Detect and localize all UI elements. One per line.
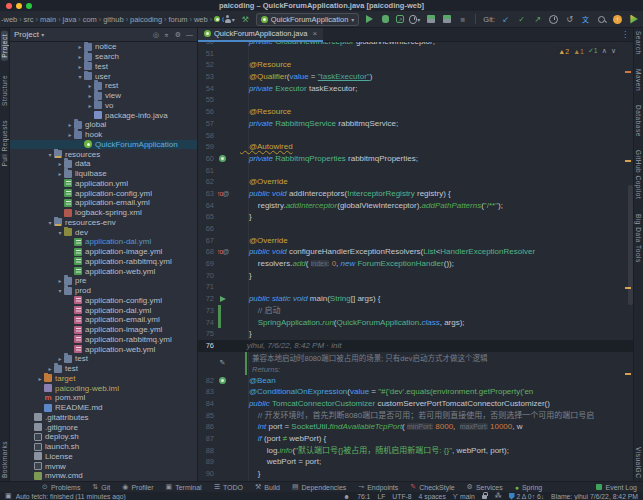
history-icon[interactable] bbox=[548, 14, 559, 25]
line-number[interactable]: 75 bbox=[198, 328, 216, 340]
run-main-gutter-icon[interactable] bbox=[220, 296, 226, 302]
line-number[interactable]: 69 bbox=[198, 258, 216, 270]
encoding-widget[interactable]: UTF-8 bbox=[392, 493, 411, 500]
breadcrumb-item[interactable]: main bbox=[40, 15, 56, 24]
line-number[interactable]: 68 bbox=[198, 246, 216, 258]
tree-chevron-icon[interactable]: ▾ bbox=[56, 287, 64, 294]
code-line[interactable]: 54 private Executor taskExecutor; bbox=[198, 83, 633, 95]
spring-bean-gutter-icon[interactable] bbox=[219, 155, 226, 162]
line-number[interactable]: 84 bbox=[198, 398, 216, 410]
update-project-icon[interactable]: ↙ bbox=[500, 14, 511, 25]
breadcrumb-item[interactable]: forum bbox=[168, 15, 187, 24]
line-number[interactable]: 54 bbox=[198, 83, 216, 95]
line-number[interactable]: 88 bbox=[198, 445, 216, 457]
code-line[interactable]: 59 @Autowired bbox=[198, 141, 633, 153]
tree-item[interactable]: README.md bbox=[10, 403, 197, 413]
tree-item[interactable]: package-info.java bbox=[10, 110, 197, 120]
tree-item[interactable]: ▸test bbox=[10, 364, 197, 374]
code-line[interactable]: 67 @Override bbox=[198, 235, 633, 247]
line-number[interactable]: 76 bbox=[198, 340, 216, 352]
tree-chevron-icon[interactable]: ▾ bbox=[56, 229, 64, 236]
breadcrumb-item[interactable]: github bbox=[103, 15, 123, 24]
hide-panel-icon[interactable]: — bbox=[186, 31, 193, 39]
debug-button[interactable] bbox=[380, 14, 391, 25]
collapsed-doc-comment[interactable]: ✎兼容本地启动时8080端口被占用的场景; 只有dev启动方式才做这个逻辑Ret… bbox=[198, 352, 633, 375]
line-number[interactable]: 90 bbox=[198, 468, 216, 480]
tree-chevron-icon[interactable]: ▸ bbox=[76, 53, 84, 60]
spring-bean-gutter-icon[interactable] bbox=[219, 377, 226, 384]
run-with-coverage-button[interactable]: ↗ bbox=[396, 15, 404, 23]
tool-window-button-git[interactable]: ⇅Git bbox=[92, 483, 110, 491]
tree-item[interactable]: ▸vo bbox=[10, 101, 197, 111]
tool-window-button-terminal[interactable]: ▣Terminal bbox=[166, 483, 202, 491]
tree-item[interactable]: application-dal.yml bbox=[10, 305, 197, 315]
line-number[interactable]: 60 bbox=[198, 153, 216, 165]
run-tool-icon-1[interactable] bbox=[425, 14, 436, 25]
code-line[interactable]: 90 } bbox=[198, 468, 633, 480]
tree-item[interactable]: ▸view bbox=[10, 91, 197, 101]
run-button[interactable] bbox=[364, 14, 375, 25]
tool-window-button-big-data-tools[interactable]: Big Data Tools bbox=[635, 214, 642, 263]
tool-window-button-maven[interactable]: Maven bbox=[635, 69, 642, 91]
overrides-method-gutter-icon[interactable]: ↑o@ bbox=[217, 246, 229, 258]
code-line[interactable]: 74 SpringApplication.run(QuickForumAppli… bbox=[198, 317, 633, 329]
code-line[interactable]: 52 @Resource bbox=[198, 59, 633, 71]
search-everywhere-icon[interactable] bbox=[596, 14, 607, 25]
build-hammer-icon[interactable]: ⚒ bbox=[240, 14, 251, 25]
tree-chevron-icon[interactable]: ▸ bbox=[36, 375, 44, 382]
line-number[interactable]: 70 bbox=[198, 270, 216, 282]
line-number[interactable]: 85 bbox=[198, 410, 216, 422]
commit-icon[interactable]: ✓ bbox=[516, 14, 527, 25]
line-ending-widget[interactable]: LF bbox=[377, 493, 385, 500]
tool-window-button-todo[interactable]: ☰TODO bbox=[214, 483, 243, 491]
run-tool-icon-2[interactable] bbox=[441, 14, 452, 25]
tree-item[interactable]: paicoding-web.iml bbox=[10, 383, 197, 393]
code-area[interactable]: 50 private GlobalViewInterceptor globalV… bbox=[198, 42, 633, 481]
tree-item[interactable]: ▾user bbox=[10, 71, 197, 81]
tree-item[interactable]: application.yml bbox=[10, 179, 197, 189]
tool-window-button-project[interactable]: Project bbox=[1, 31, 8, 61]
warning-stripe-mark[interactable] bbox=[625, 373, 631, 375]
tree-chevron-icon[interactable]: ▸ bbox=[76, 43, 84, 50]
code-line[interactable]: 60 private RabbitmqProperties rabbitmqPr… bbox=[198, 153, 633, 165]
plugin-orange-icon[interactable]: ↑ bbox=[612, 14, 623, 25]
code-line[interactable]: 57 private RabbitmqService rabbitmqServi… bbox=[198, 118, 633, 130]
run-configuration-select[interactable]: QuickForumApplication ▾ bbox=[256, 13, 360, 26]
tree-item[interactable]: ▾resources-env bbox=[10, 218, 197, 228]
line-number[interactable]: 59 bbox=[198, 141, 216, 153]
tree-item[interactable]: ▾dev bbox=[10, 227, 197, 237]
breadcrumb-item-current[interactable]: QuickForumApplication bbox=[214, 15, 224, 24]
push-icon[interactable]: ↗ bbox=[532, 14, 543, 25]
code-line[interactable]: 83 @ConditionalOnExpression(value = "#{'… bbox=[198, 386, 633, 398]
tree-item[interactable]: application-image.yml bbox=[10, 325, 197, 335]
tool-window-button-checkstyle[interactable]: ✎CheckStyle bbox=[410, 483, 454, 491]
tool-window-button-services[interactable]: ⚙Services bbox=[467, 483, 503, 491]
indent-widget[interactable]: 4 spaces bbox=[419, 493, 446, 500]
panel-settings-icon[interactable]: ⚙ bbox=[175, 31, 181, 39]
locate-file-icon[interactable]: ◎ bbox=[153, 31, 159, 39]
breadcrumb-item[interactable]: web bbox=[194, 15, 208, 24]
prev-problem-icon[interactable]: ∧ bbox=[602, 47, 607, 55]
overrides-method-gutter-icon[interactable]: ↑o@ bbox=[217, 188, 229, 200]
code-line[interactable]: 76 yihui, 7/6/22, 8:42 PM · init bbox=[198, 340, 633, 352]
code-line[interactable]: 86 int port = SocketUtil.findAvailableTc… bbox=[198, 421, 633, 433]
code-line[interactable]: 71 bbox=[198, 281, 633, 293]
build-monster-icon[interactable]: ☻ bbox=[343, 493, 350, 500]
code-line[interactable]: 56 @Resource bbox=[198, 106, 633, 118]
tree-item[interactable]: ▸notice bbox=[10, 42, 197, 52]
code-line[interactable]: 68↑o@ public void configureHandlerExcept… bbox=[198, 246, 633, 258]
tree-chevron-icon[interactable]: ▸ bbox=[56, 355, 64, 362]
tree-chevron-icon[interactable]: ▾ bbox=[46, 219, 54, 226]
line-number[interactable]: 65 bbox=[198, 211, 216, 223]
code-line[interactable]: 89 webPort = port; bbox=[198, 456, 633, 468]
breadcrumb-item[interactable]: java bbox=[63, 15, 77, 24]
tree-chevron-icon[interactable]: ▸ bbox=[56, 160, 64, 167]
tab-options-kebab-icon[interactable]: ⋮ bbox=[621, 30, 629, 39]
tree-item[interactable]: ▸pre bbox=[10, 276, 197, 286]
warning-stripe-mark[interactable] bbox=[625, 160, 631, 162]
code-line[interactable]: 65 } bbox=[198, 211, 633, 223]
tool-window-button-profiler[interactable]: ◉Profiler bbox=[122, 483, 153, 491]
code-line[interactable]: 63↑o@ public void addInterceptors(Interc… bbox=[198, 188, 633, 200]
translate-icon[interactable]: 文 bbox=[580, 14, 591, 25]
line-number[interactable]: 57 bbox=[198, 118, 216, 130]
